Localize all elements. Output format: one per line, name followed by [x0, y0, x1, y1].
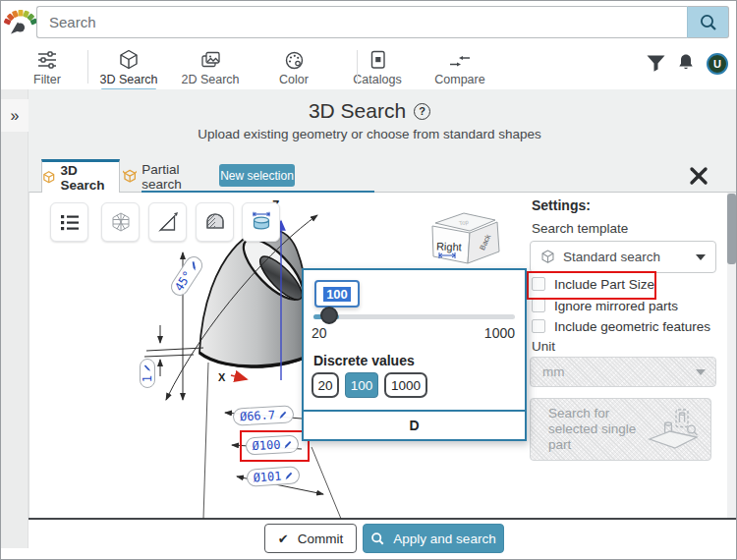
- search-single-part-label: Search for selected single part: [548, 406, 647, 453]
- nav-tab-3d-search[interactable]: 3D Search: [89, 48, 168, 91]
- solid-view-button[interactable]: [196, 202, 234, 242]
- dimension-popup: 100 20 1000 Discrete values 20 100 1000 …: [302, 268, 527, 441]
- check-icon: ✔: [278, 532, 289, 546]
- chevron-down-icon: [696, 254, 706, 260]
- search-single-part-button-disabled: Search for selected single part: [530, 398, 711, 461]
- nav-label-2d-search: 2D Search: [171, 73, 250, 86]
- unit-label: Unit: [532, 339, 555, 354]
- tab-partial-search[interactable]: Partial search: [123, 161, 219, 192]
- commit-button[interactable]: ✔ Commit: [264, 524, 357, 553]
- help-icon[interactable]: ?: [414, 103, 430, 120]
- dimension-bubble-d66[interactable]: Ø66.7: [233, 405, 295, 425]
- ignore-mirrored-label: Ignore mirrored parts: [554, 299, 678, 313]
- checkbox-row-ignore-mirrored[interactable]: Ignore mirrored parts: [532, 296, 678, 315]
- new-selection-button[interactable]: New selection: [219, 164, 295, 187]
- geometric-features-checkbox[interactable]: [532, 319, 545, 333]
- cube-icon-gray: [540, 250, 555, 264]
- settings-title: Settings:: [532, 197, 591, 213]
- nav-divider: [87, 50, 88, 84]
- search-icon: [370, 532, 385, 546]
- nav-tab-compare[interactable]: Compare: [421, 48, 499, 86]
- dimension-bubble-lip[interactable]: 1: [140, 359, 155, 388]
- app-window: Filter 3D Search: [0, 0, 737, 560]
- search-template-label: Search template: [532, 221, 628, 236]
- user-avatar[interactable]: U: [707, 53, 728, 75]
- nav-tab-filter[interactable]: Filter: [8, 48, 86, 86]
- close-icon[interactable]: [688, 165, 709, 187]
- discrete-values-title: Discrete values: [313, 353, 415, 368]
- x-axis: [231, 375, 247, 379]
- cylinder-dimension-button[interactable]: [242, 202, 280, 242]
- search-template-select[interactable]: Standard search: [530, 241, 716, 273]
- bell-icon[interactable]: [677, 53, 695, 72]
- dimension-slider-track[interactable]: [313, 314, 515, 319]
- page-title: 3D Search: [309, 99, 406, 123]
- pencil-icon: [187, 259, 198, 271]
- cylinder-measure-icon: [250, 210, 273, 234]
- nav-label-catalogs: Catalogs: [338, 73, 417, 86]
- page-subtitle: Upload existing geometry or choose from …: [1, 127, 737, 141]
- nav-label-color: Color: [255, 73, 333, 86]
- search-input[interactable]: [36, 6, 687, 38]
- palette-icon: [255, 48, 333, 71]
- viewcube-front-label: Right: [436, 241, 462, 253]
- collapsed-sidebar: [1, 89, 28, 548]
- search-icon: [699, 13, 718, 32]
- list-view-button[interactable]: [50, 202, 88, 242]
- unit-select-disabled: mm: [530, 357, 716, 387]
- slider-max-label: 1000: [484, 325, 515, 341]
- dimension-bubble-d100[interactable]: Ø100: [246, 435, 300, 456]
- dimension-name: D: [409, 418, 419, 433]
- pencil-icon: [283, 439, 292, 448]
- compare-icon: [421, 48, 499, 71]
- nav-toolbar: Filter 3D Search: [1, 44, 737, 90]
- search-template-value: Standard search: [563, 250, 660, 264]
- search-button[interactable]: [687, 6, 729, 38]
- pencil-icon: [278, 410, 287, 419]
- discrete-option-1000[interactable]: 1000: [384, 372, 427, 398]
- nav-label-filter: Filter: [8, 73, 86, 86]
- checkbox-row-include-part-size[interactable]: Include Part Size: [532, 274, 654, 294]
- include-part-size-checkbox[interactable]: [532, 277, 545, 291]
- tab-3d-search-label: 3D Search: [61, 163, 119, 193]
- apply-and-search-button[interactable]: Apply and search: [363, 524, 504, 553]
- nav-tab-color[interactable]: Color: [255, 48, 333, 86]
- ignore-mirrored-checkbox[interactable]: [532, 299, 545, 312]
- slider-min-label: 20: [312, 325, 327, 341]
- list-icon: [58, 210, 82, 234]
- catalog-icon: [338, 48, 417, 71]
- dimension-value: 100: [323, 287, 351, 302]
- panel-accent-line: [142, 191, 374, 193]
- nav-tab-catalogs[interactable]: Catalogs: [338, 48, 417, 86]
- include-part-size-label: Include Part Size: [554, 277, 654, 292]
- view-cube[interactable]: Right Back Top: [432, 213, 499, 263]
- nav-label-compare: Compare: [421, 73, 499, 86]
- part-model[interactable]: [144, 229, 328, 367]
- sliders-icon: [8, 48, 86, 71]
- discrete-option-20[interactable]: 20: [312, 372, 339, 398]
- page-heading: 3D Search ?: [1, 99, 737, 123]
- mesh-icon: [109, 210, 133, 234]
- mesh-view-button[interactable]: [101, 202, 140, 242]
- single-part-select-icon: [647, 407, 700, 452]
- unit-value: mm: [542, 364, 565, 379]
- protractor-icon: [156, 210, 180, 234]
- dimension-name-bar: D: [304, 410, 525, 439]
- dimension-bubble-d101[interactable]: Ø101: [246, 466, 300, 487]
- nav-tab-2d-search[interactable]: 2D Search: [171, 48, 250, 86]
- tab-partial-search-label: Partial search: [142, 162, 219, 192]
- nav-divider: [357, 50, 358, 84]
- funnel-icon[interactable]: [647, 55, 665, 72]
- measure-button[interactable]: [148, 202, 187, 242]
- x-axis-label: X: [218, 371, 226, 383]
- checkbox-row-geometric-features[interactable]: Include geometric features: [532, 316, 710, 336]
- search-bar: [36, 6, 729, 38]
- settings-scrollbar-thumb[interactable]: [727, 194, 736, 264]
- discrete-option-100[interactable]: 100: [345, 372, 378, 398]
- avatar-letter: U: [713, 58, 721, 70]
- dimension-value-input[interactable]: 100: [314, 280, 360, 308]
- pencil-icon: [284, 471, 294, 480]
- solid-part-icon: [203, 210, 227, 234]
- tab-3d-search[interactable]: 3D Search: [41, 159, 120, 193]
- dimension-slider-thumb[interactable]: [320, 307, 338, 324]
